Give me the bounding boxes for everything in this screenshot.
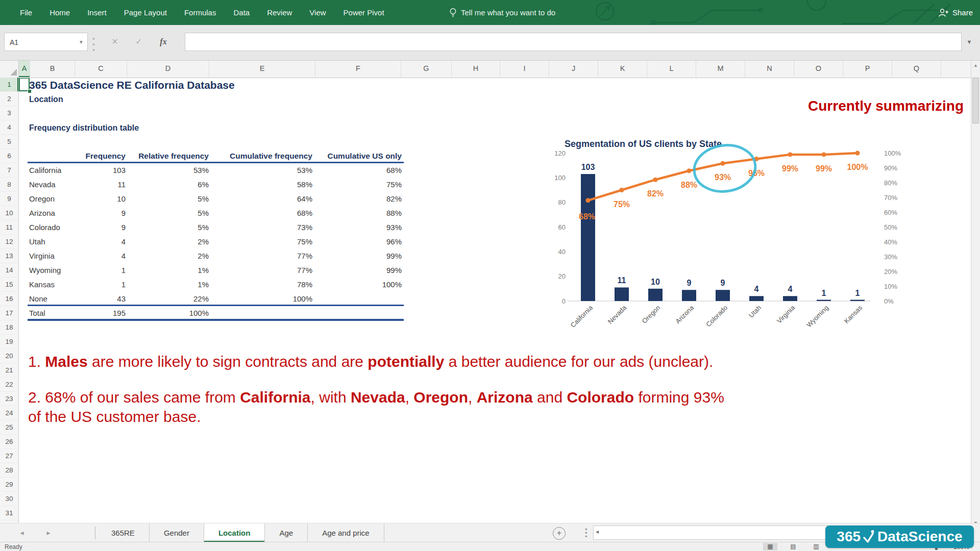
table-cell-us_only[interactable]: 75%: [322, 178, 402, 192]
column-header-J[interactable]: J: [549, 60, 598, 77]
chart-bar[interactable]: [615, 287, 629, 301]
enter-icon[interactable]: ✓: [129, 33, 149, 51]
table-cell-us_only[interactable]: [322, 306, 402, 320]
column-header-K[interactable]: K: [598, 60, 647, 77]
page-layout-view-icon[interactable]: ▤: [786, 543, 800, 550]
sheet-tab-365re[interactable]: 365RE: [97, 523, 150, 542]
table-cell-frequency[interactable]: 103: [77, 163, 126, 178]
chart-bar[interactable]: [783, 296, 797, 301]
table-cell-us_only[interactable]: 68%: [322, 163, 402, 178]
table-cell-cumulative[interactable]: 75%: [219, 235, 312, 249]
row-header-24[interactable]: 24: [0, 406, 18, 420]
table-cell-relative[interactable]: 53%: [129, 163, 209, 178]
row-header-31[interactable]: 31: [0, 506, 18, 520]
table-cell-frequency[interactable]: 10: [77, 192, 126, 206]
table-row-label[interactable]: Nevada: [29, 178, 56, 192]
vertical-scroll-thumb[interactable]: [972, 78, 979, 123]
note-cell[interactable]: 2. 68% of our sales came from California…: [28, 388, 916, 427]
column-header-B[interactable]: B: [30, 60, 75, 77]
table-cell-frequency[interactable]: 4: [77, 249, 126, 263]
row-header-10[interactable]: 10: [0, 206, 18, 220]
sheet-tab-age-and-price[interactable]: Age and price: [308, 523, 384, 542]
scroll-left-icon[interactable]: ◂: [596, 528, 599, 535]
table-row-label[interactable]: Colorado: [29, 220, 60, 235]
formula-bar-splitter[interactable]: •••: [92, 36, 95, 53]
row-header-25[interactable]: 25: [0, 420, 18, 435]
select-all-button[interactable]: [0, 60, 19, 77]
column-header-N[interactable]: N: [745, 60, 794, 77]
sheet-nav-left-icon[interactable]: ◂: [14, 523, 30, 542]
table-cell-relative[interactable]: 1%: [129, 263, 209, 278]
table-cell-us_only[interactable]: 99%: [322, 263, 402, 278]
ribbon-tab-power-pivot[interactable]: Power Pivot: [335, 0, 393, 25]
row-header-30[interactable]: 30: [0, 492, 18, 506]
chart-bar[interactable]: [682, 290, 696, 301]
section-label-cell[interactable]: Location: [29, 95, 63, 104]
chart-bar[interactable]: [817, 300, 831, 301]
row-header-27[interactable]: 27: [0, 449, 18, 463]
table-row-label[interactable]: Wyoming: [29, 263, 61, 278]
sheet-nav-right-icon[interactable]: ▸: [41, 523, 56, 542]
row-header-4[interactable]: 4: [0, 120, 18, 135]
ribbon-tab-page-layout[interactable]: Page Layout: [115, 0, 176, 25]
table-cell-relative[interactable]: 5%: [129, 192, 209, 206]
table-cell-frequency[interactable]: 9: [77, 220, 126, 235]
table-row-label[interactable]: Virginia: [29, 249, 55, 263]
vertical-scrollbar[interactable]: ▲ ▼: [971, 60, 980, 528]
table-cell-cumulative[interactable]: 77%: [219, 263, 312, 278]
row-header-8[interactable]: 8: [0, 178, 18, 192]
row-header-26[interactable]: 26: [0, 435, 18, 449]
row-header-3[interactable]: 3: [0, 106, 18, 120]
row-header-7[interactable]: 7: [0, 163, 18, 178]
table-cell-cumulative[interactable]: 73%: [219, 220, 312, 235]
table-cell-cumulative[interactable]: [219, 306, 312, 320]
table-cell-relative[interactable]: 100%: [129, 306, 209, 320]
row-header-18[interactable]: 18: [0, 320, 18, 335]
chart-bar[interactable]: [749, 296, 764, 301]
row-header-29[interactable]: 29: [0, 478, 18, 492]
column-header-G[interactable]: G: [401, 60, 452, 77]
banner-note-cell[interactable]: Currently summarizing: [808, 98, 964, 114]
column-header-I[interactable]: I: [500, 60, 549, 77]
table-cell-us_only[interactable]: 100%: [322, 278, 402, 292]
table-title-cell[interactable]: Frequency distribution table: [29, 123, 139, 133]
table-cell-us_only[interactable]: 96%: [322, 235, 402, 249]
column-header-A[interactable]: A: [19, 60, 30, 77]
worksheet-grid[interactable]: 365 DataScience RE California Database L…: [0, 0, 980, 551]
formula-input[interactable]: [185, 33, 962, 51]
row-header-23[interactable]: 23: [0, 392, 18, 406]
tab-scroll-splitter[interactable]: •••: [585, 528, 587, 538]
table-cell-cumulative[interactable]: 78%: [219, 278, 312, 292]
sheet-tab-location[interactable]: Location: [204, 523, 265, 542]
table-row-label[interactable]: None: [29, 292, 47, 306]
table-cell-us_only[interactable]: 93%: [322, 220, 402, 235]
tell-me-box[interactable]: Tell me what you want to do: [449, 0, 555, 25]
cancel-icon[interactable]: ✕: [105, 33, 125, 51]
column-header-C[interactable]: C: [75, 60, 127, 77]
row-header-6[interactable]: 6: [0, 149, 18, 163]
row-header-15[interactable]: 15: [0, 278, 18, 292]
normal-view-icon[interactable]: ▦: [763, 543, 777, 550]
ribbon-tab-data[interactable]: Data: [225, 0, 258, 25]
row-header-2[interactable]: 2: [0, 92, 18, 106]
row-header-28[interactable]: 28: [0, 463, 18, 478]
table-cell-relative[interactable]: 2%: [129, 249, 209, 263]
ribbon-tab-view[interactable]: View: [301, 0, 334, 25]
table-row-label[interactable]: Oregon: [29, 192, 55, 206]
table-cell-us_only[interactable]: 88%: [322, 206, 402, 220]
note-cell[interactable]: 1. Males are more likely to sign contrac…: [28, 352, 916, 371]
column-header-D[interactable]: D: [127, 60, 209, 77]
client-segmentation-chart[interactable]: Segmentation of US clients by State12010…: [536, 128, 924, 362]
table-cell-relative[interactable]: 6%: [129, 178, 209, 192]
table-cell-frequency[interactable]: 4: [77, 235, 126, 249]
chart-bar[interactable]: [581, 174, 595, 301]
table-row-label[interactable]: Utah: [29, 235, 45, 249]
row-header-5[interactable]: 5: [0, 135, 18, 149]
table-row-label[interactable]: Total: [29, 306, 45, 320]
column-header-E[interactable]: E: [209, 60, 315, 77]
new-sheet-button[interactable]: +: [553, 527, 566, 540]
table-cell-relative[interactable]: 22%: [129, 292, 209, 306]
ribbon-tab-review[interactable]: Review: [258, 0, 301, 25]
scroll-up-icon[interactable]: ▲: [971, 60, 980, 70]
ribbon-tab-formulas[interactable]: Formulas: [176, 0, 225, 25]
